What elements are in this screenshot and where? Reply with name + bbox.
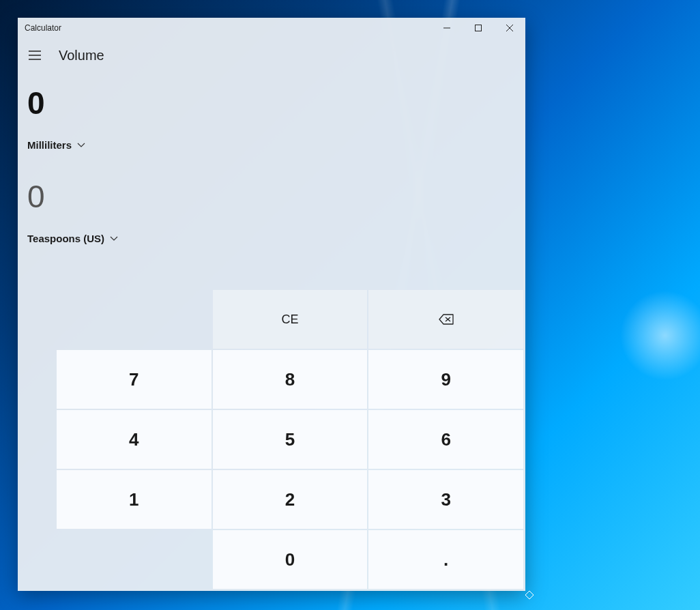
menu-button[interactable] — [23, 44, 46, 67]
key-label: 7 — [129, 369, 138, 390]
key-label: 1 — [129, 489, 138, 510]
maximize-button[interactable] — [463, 18, 494, 38]
key-9[interactable]: 9 — [368, 350, 523, 409]
to-value-block: 0 Teaspoons (US) — [18, 151, 525, 244]
svg-line-11 — [525, 595, 529, 599]
svg-line-10 — [529, 591, 534, 595]
clear-entry-label: CE — [281, 313, 298, 327]
to-value[interactable]: 0 — [27, 178, 525, 215]
key-4[interactable]: 4 — [57, 410, 212, 469]
calculator-window: Calculator Volume — [18, 18, 525, 591]
chevron-down-icon — [77, 143, 85, 148]
key-label: 8 — [285, 369, 295, 390]
from-unit-label: Milliliters — [27, 139, 72, 151]
close-button[interactable] — [494, 18, 525, 38]
window-controls — [431, 18, 525, 38]
key-label: . — [443, 549, 448, 570]
keypad: CE 7 8 9 4 5 6 1 2 3 0 — [55, 289, 525, 591]
titlebar: Calculator — [18, 18, 525, 38]
to-unit-label: Teaspoons (US) — [27, 233, 104, 244]
keypad-spacer — [57, 290, 212, 349]
maximize-icon — [475, 25, 482, 31]
window-title: Calculator — [25, 23, 61, 33]
minimize-button[interactable] — [431, 18, 463, 38]
key-label: 6 — [441, 429, 450, 450]
from-value[interactable]: 0 — [27, 85, 525, 121]
minimize-icon — [443, 25, 450, 31]
svg-rect-1 — [476, 25, 482, 31]
close-icon — [506, 25, 513, 31]
hamburger-icon — [29, 50, 41, 60]
key-7[interactable]: 7 — [57, 350, 212, 409]
key-label: 3 — [441, 489, 450, 510]
keypad-spacer — [57, 530, 212, 589]
key-decimal[interactable]: . — [368, 530, 523, 589]
chevron-down-icon — [110, 236, 118, 242]
svg-line-9 — [525, 591, 529, 595]
key-6[interactable]: 6 — [368, 410, 523, 469]
mode-title: Volume — [59, 48, 104, 63]
from-unit-select[interactable]: Milliliters — [27, 139, 525, 151]
clear-entry-button[interactable]: CE — [213, 290, 368, 349]
from-value-block: 0 Milliliters — [18, 72, 525, 151]
key-label: 0 — [285, 549, 295, 570]
key-3[interactable]: 3 — [368, 470, 523, 529]
backspace-icon — [439, 314, 454, 325]
key-0[interactable]: 0 — [213, 530, 368, 589]
key-5[interactable]: 5 — [213, 410, 368, 469]
key-8[interactable]: 8 — [213, 350, 368, 409]
key-label: 5 — [285, 429, 295, 450]
key-label: 9 — [441, 369, 450, 390]
key-label: 4 — [129, 429, 138, 450]
key-2[interactable]: 2 — [213, 470, 368, 529]
to-unit-select[interactable]: Teaspoons (US) — [27, 233, 525, 244]
resize-icon — [524, 590, 535, 600]
resize-handle[interactable] — [524, 590, 535, 600]
key-label: 2 — [285, 489, 295, 510]
svg-line-12 — [529, 595, 534, 599]
header-row: Volume — [18, 38, 525, 72]
key-1[interactable]: 1 — [57, 470, 212, 529]
backspace-button[interactable] — [368, 290, 523, 349]
desktop-background: Calculator Volume — [0, 0, 700, 610]
